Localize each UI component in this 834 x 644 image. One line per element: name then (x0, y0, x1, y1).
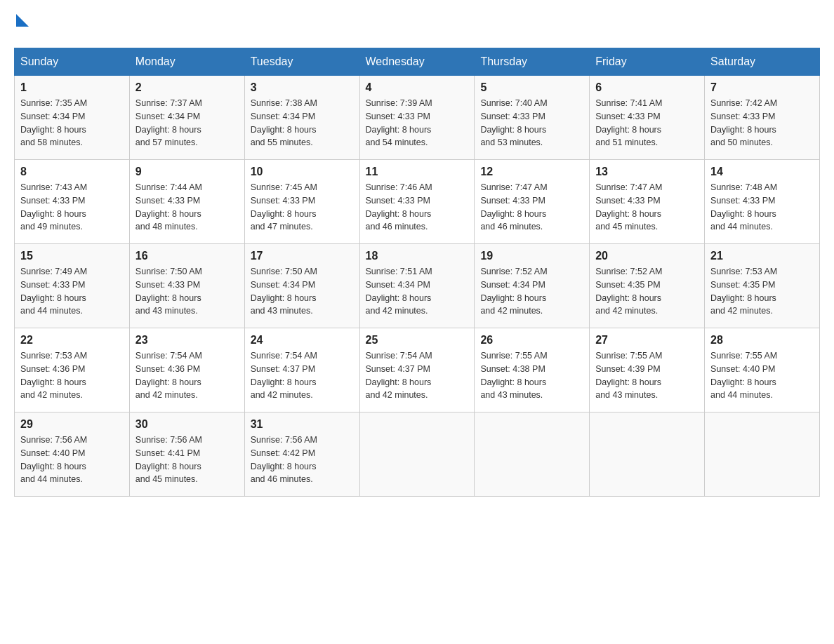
day-number: 5 (480, 81, 583, 94)
day-cell (590, 412, 705, 497)
day-number: 12 (480, 166, 583, 178)
day-number: 22 (20, 334, 124, 347)
day-info: Sunrise: 7:44 AM Sunset: 4:33 PM Dayligh… (135, 181, 239, 234)
logo-arrow-icon (16, 14, 29, 27)
day-number: 10 (251, 166, 354, 178)
day-cell (705, 412, 820, 497)
day-info: Sunrise: 7:53 AM Sunset: 4:36 PM Dayligh… (20, 349, 124, 402)
day-info: Sunrise: 7:41 AM Sunset: 4:33 PM Dayligh… (595, 97, 699, 149)
day-cell: 4 Sunrise: 7:39 AM Sunset: 4:33 PM Dayli… (359, 76, 475, 160)
day-cell: 12 Sunrise: 7:47 AM Sunset: 4:33 PM Dayl… (475, 160, 590, 244)
day-number: 19 (480, 250, 583, 262)
column-header-tuesday: Tuesday (244, 48, 359, 76)
day-info: Sunrise: 7:56 AM Sunset: 4:41 PM Dayligh… (135, 434, 239, 486)
day-cell: 7 Sunrise: 7:42 AM Sunset: 4:33 PM Dayli… (705, 76, 820, 160)
day-cell: 19 Sunrise: 7:52 AM Sunset: 4:34 PM Dayl… (475, 244, 590, 328)
day-cell: 21 Sunrise: 7:53 AM Sunset: 4:35 PM Dayl… (705, 244, 820, 328)
day-info: Sunrise: 7:40 AM Sunset: 4:33 PM Dayligh… (480, 97, 583, 149)
day-cell: 10 Sunrise: 7:45 AM Sunset: 4:33 PM Dayl… (244, 160, 359, 244)
column-header-monday: Monday (129, 48, 244, 76)
day-info: Sunrise: 7:48 AM Sunset: 4:33 PM Dayligh… (710, 181, 814, 234)
day-cell: 15 Sunrise: 7:49 AM Sunset: 4:33 PM Dayl… (15, 244, 130, 328)
day-info: Sunrise: 7:38 AM Sunset: 4:34 PM Dayligh… (251, 97, 354, 149)
calendar-header-row: SundayMondayTuesdayWednesdayThursdayFrid… (15, 48, 820, 76)
day-number: 1 (20, 81, 124, 94)
day-number: 24 (251, 334, 354, 347)
day-number: 31 (251, 418, 354, 431)
day-info: Sunrise: 7:37 AM Sunset: 4:34 PM Dayligh… (135, 97, 239, 149)
day-info: Sunrise: 7:51 AM Sunset: 4:34 PM Dayligh… (366, 265, 469, 318)
day-info: Sunrise: 7:52 AM Sunset: 4:35 PM Dayligh… (595, 265, 699, 318)
week-row-1: 1 Sunrise: 7:35 AM Sunset: 4:34 PM Dayli… (15, 76, 820, 160)
day-number: 23 (135, 334, 239, 347)
day-number: 20 (595, 250, 699, 262)
column-header-wednesday: Wednesday (359, 48, 475, 76)
column-header-thursday: Thursday (475, 48, 590, 76)
day-cell: 24 Sunrise: 7:54 AM Sunset: 4:37 PM Dayl… (244, 328, 359, 412)
day-number: 27 (595, 334, 699, 347)
day-number: 25 (366, 334, 469, 347)
day-info: Sunrise: 7:42 AM Sunset: 4:33 PM Dayligh… (710, 97, 814, 149)
day-number: 9 (135, 166, 239, 178)
day-info: Sunrise: 7:49 AM Sunset: 4:33 PM Dayligh… (20, 265, 124, 318)
logo (14, 14, 29, 34)
day-number: 14 (710, 166, 814, 178)
week-row-2: 8 Sunrise: 7:43 AM Sunset: 4:33 PM Dayli… (15, 160, 820, 244)
day-info: Sunrise: 7:53 AM Sunset: 4:35 PM Dayligh… (710, 265, 814, 318)
column-header-sunday: Sunday (15, 48, 130, 76)
day-cell: 14 Sunrise: 7:48 AM Sunset: 4:33 PM Dayl… (705, 160, 820, 244)
day-info: Sunrise: 7:55 AM Sunset: 4:39 PM Dayligh… (595, 349, 699, 402)
day-info: Sunrise: 7:47 AM Sunset: 4:33 PM Dayligh… (480, 181, 583, 234)
day-number: 4 (366, 81, 469, 94)
day-cell: 16 Sunrise: 7:50 AM Sunset: 4:33 PM Dayl… (129, 244, 244, 328)
day-cell: 2 Sunrise: 7:37 AM Sunset: 4:34 PM Dayli… (129, 76, 244, 160)
day-info: Sunrise: 7:56 AM Sunset: 4:40 PM Dayligh… (20, 434, 124, 486)
day-number: 18 (366, 250, 469, 262)
week-row-4: 22 Sunrise: 7:53 AM Sunset: 4:36 PM Dayl… (15, 328, 820, 412)
day-number: 13 (595, 166, 699, 178)
day-info: Sunrise: 7:50 AM Sunset: 4:33 PM Dayligh… (135, 265, 239, 318)
day-cell: 27 Sunrise: 7:55 AM Sunset: 4:39 PM Dayl… (590, 328, 705, 412)
day-number: 21 (710, 250, 814, 262)
day-number: 28 (710, 334, 814, 347)
column-header-friday: Friday (590, 48, 705, 76)
day-cell: 20 Sunrise: 7:52 AM Sunset: 4:35 PM Dayl… (590, 244, 705, 328)
day-cell: 9 Sunrise: 7:44 AM Sunset: 4:33 PM Dayli… (129, 160, 244, 244)
day-cell: 22 Sunrise: 7:53 AM Sunset: 4:36 PM Dayl… (15, 328, 130, 412)
day-info: Sunrise: 7:55 AM Sunset: 4:40 PM Dayligh… (710, 349, 814, 402)
day-cell: 31 Sunrise: 7:56 AM Sunset: 4:42 PM Dayl… (244, 412, 359, 497)
week-row-3: 15 Sunrise: 7:49 AM Sunset: 4:33 PM Dayl… (15, 244, 820, 328)
day-number: 7 (710, 81, 814, 94)
day-number: 8 (20, 166, 124, 178)
day-number: 30 (135, 418, 239, 431)
day-cell: 29 Sunrise: 7:56 AM Sunset: 4:40 PM Dayl… (15, 412, 130, 497)
day-info: Sunrise: 7:54 AM Sunset: 4:37 PM Dayligh… (251, 349, 354, 402)
day-info: Sunrise: 7:52 AM Sunset: 4:34 PM Dayligh… (480, 265, 583, 318)
day-cell: 25 Sunrise: 7:54 AM Sunset: 4:37 PM Dayl… (359, 328, 475, 412)
day-info: Sunrise: 7:46 AM Sunset: 4:33 PM Dayligh… (366, 181, 469, 234)
day-info: Sunrise: 7:55 AM Sunset: 4:38 PM Dayligh… (480, 349, 583, 402)
day-cell: 11 Sunrise: 7:46 AM Sunset: 4:33 PM Dayl… (359, 160, 475, 244)
page-header (14, 14, 820, 34)
day-cell: 3 Sunrise: 7:38 AM Sunset: 4:34 PM Dayli… (244, 76, 359, 160)
day-info: Sunrise: 7:56 AM Sunset: 4:42 PM Dayligh… (251, 434, 354, 486)
day-number: 17 (251, 250, 354, 262)
column-header-saturday: Saturday (705, 48, 820, 76)
day-cell: 28 Sunrise: 7:55 AM Sunset: 4:40 PM Dayl… (705, 328, 820, 412)
day-number: 2 (135, 81, 239, 94)
day-cell: 26 Sunrise: 7:55 AM Sunset: 4:38 PM Dayl… (475, 328, 590, 412)
day-info: Sunrise: 7:47 AM Sunset: 4:33 PM Dayligh… (595, 181, 699, 234)
day-info: Sunrise: 7:54 AM Sunset: 4:37 PM Dayligh… (366, 349, 469, 402)
day-info: Sunrise: 7:45 AM Sunset: 4:33 PM Dayligh… (251, 181, 354, 234)
calendar-table: SundayMondayTuesdayWednesdayThursdayFrid… (14, 48, 820, 497)
day-info: Sunrise: 7:50 AM Sunset: 4:34 PM Dayligh… (251, 265, 354, 318)
day-cell: 5 Sunrise: 7:40 AM Sunset: 4:33 PM Dayli… (475, 76, 590, 160)
day-cell: 6 Sunrise: 7:41 AM Sunset: 4:33 PM Dayli… (590, 76, 705, 160)
day-number: 6 (595, 81, 699, 94)
day-info: Sunrise: 7:39 AM Sunset: 4:33 PM Dayligh… (366, 97, 469, 149)
day-cell: 18 Sunrise: 7:51 AM Sunset: 4:34 PM Dayl… (359, 244, 475, 328)
day-number: 29 (20, 418, 124, 431)
day-number: 16 (135, 250, 239, 262)
day-number: 15 (20, 250, 124, 262)
day-cell: 17 Sunrise: 7:50 AM Sunset: 4:34 PM Dayl… (244, 244, 359, 328)
